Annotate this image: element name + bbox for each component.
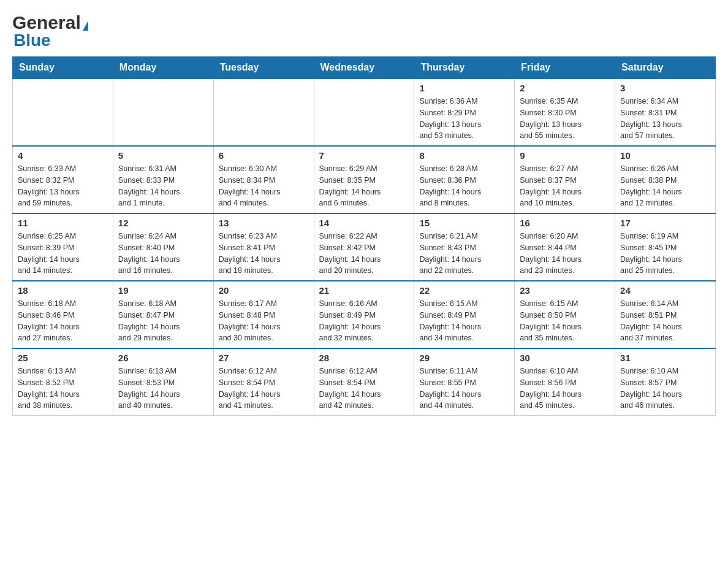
calendar-cell-w5-d1: 25Sunrise: 6:13 AM Sunset: 8:52 PM Dayli…	[13, 348, 113, 416]
day-info: Sunrise: 6:11 AM Sunset: 8:55 PM Dayligh…	[419, 366, 509, 412]
day-number: 18	[18, 285, 108, 296]
day-info: Sunrise: 6:17 AM Sunset: 8:48 PM Dayligh…	[219, 298, 309, 344]
col-monday: Monday	[113, 57, 213, 79]
day-info: Sunrise: 6:12 AM Sunset: 8:54 PM Dayligh…	[219, 366, 309, 412]
day-number: 5	[118, 150, 208, 161]
calendar-cell-w2-d6: 9Sunrise: 6:27 AM Sunset: 8:37 PM Daylig…	[515, 146, 615, 213]
calendar-cell-w3-d5: 15Sunrise: 6:21 AM Sunset: 8:43 PM Dayli…	[414, 213, 515, 281]
day-number: 17	[620, 218, 710, 228]
day-info: Sunrise: 6:36 AM Sunset: 8:29 PM Dayligh…	[419, 96, 509, 142]
col-sunday: Sunday	[13, 57, 113, 79]
calendar-cell-w4-d4: 21Sunrise: 6:16 AM Sunset: 8:49 PM Dayli…	[314, 281, 414, 348]
calendar-week-2: 4Sunrise: 6:33 AM Sunset: 8:32 PM Daylig…	[13, 146, 716, 213]
calendar-cell-w1-d5: 1Sunrise: 6:36 AM Sunset: 8:29 PM Daylig…	[414, 79, 515, 146]
calendar-cell-w4-d3: 20Sunrise: 6:17 AM Sunset: 8:48 PM Dayli…	[213, 281, 314, 348]
day-info: Sunrise: 6:22 AM Sunset: 8:42 PM Dayligh…	[319, 231, 409, 277]
day-number: 23	[520, 285, 610, 296]
day-info: Sunrise: 6:21 AM Sunset: 8:43 PM Dayligh…	[419, 231, 509, 277]
day-number: 11	[18, 218, 108, 228]
calendar-cell-w2-d7: 10Sunrise: 6:26 AM Sunset: 8:38 PM Dayli…	[615, 146, 716, 213]
calendar-cell-w5-d2: 26Sunrise: 6:13 AM Sunset: 8:53 PM Dayli…	[113, 348, 213, 416]
logo-general-text: General	[12, 12, 81, 33]
day-number: 28	[319, 353, 409, 363]
logo-triangle-icon	[83, 21, 88, 31]
day-number: 19	[118, 285, 208, 296]
calendar-cell-w1-d2	[113, 79, 213, 146]
calendar-cell-w3-d3: 13Sunrise: 6:23 AM Sunset: 8:41 PM Dayli…	[213, 213, 314, 281]
day-info: Sunrise: 6:29 AM Sunset: 8:35 PM Dayligh…	[319, 163, 409, 209]
calendar-cell-w4-d1: 18Sunrise: 6:18 AM Sunset: 8:46 PM Dayli…	[13, 281, 113, 348]
day-info: Sunrise: 6:25 AM Sunset: 8:39 PM Dayligh…	[18, 231, 108, 277]
day-info: Sunrise: 6:15 AM Sunset: 8:49 PM Dayligh…	[419, 298, 509, 344]
day-number: 30	[520, 353, 610, 363]
calendar-cell-w3-d7: 17Sunrise: 6:19 AM Sunset: 8:45 PM Dayli…	[615, 213, 716, 281]
col-saturday: Saturday	[615, 57, 716, 79]
calendar-cell-w5-d6: 30Sunrise: 6:10 AM Sunset: 8:56 PM Dayli…	[515, 348, 615, 416]
day-info: Sunrise: 6:18 AM Sunset: 8:46 PM Dayligh…	[18, 298, 108, 344]
day-number: 9	[520, 150, 610, 161]
calendar-cell-w5-d5: 29Sunrise: 6:11 AM Sunset: 8:55 PM Dayli…	[414, 348, 515, 416]
calendar-cell-w4-d2: 19Sunrise: 6:18 AM Sunset: 8:47 PM Dayli…	[113, 281, 213, 348]
day-info: Sunrise: 6:10 AM Sunset: 8:57 PM Dayligh…	[620, 366, 710, 412]
calendar-cell-w1-d7: 3Sunrise: 6:34 AM Sunset: 8:31 PM Daylig…	[615, 79, 716, 146]
day-number: 2	[520, 83, 610, 93]
calendar-cell-w2-d1: 4Sunrise: 6:33 AM Sunset: 8:32 PM Daylig…	[13, 146, 113, 213]
day-number: 26	[118, 353, 208, 363]
day-info: Sunrise: 6:35 AM Sunset: 8:30 PM Dayligh…	[520, 96, 610, 142]
day-info: Sunrise: 6:20 AM Sunset: 8:44 PM Dayligh…	[520, 231, 610, 277]
day-number: 24	[620, 285, 710, 296]
day-number: 21	[319, 285, 409, 296]
calendar-cell-w5-d3: 27Sunrise: 6:12 AM Sunset: 8:54 PM Dayli…	[213, 348, 314, 416]
calendar-table: Sunday Monday Tuesday Wednesday Thursday…	[12, 56, 716, 416]
calendar-cell-w2-d2: 5Sunrise: 6:31 AM Sunset: 8:33 PM Daylig…	[113, 146, 213, 213]
day-info: Sunrise: 6:13 AM Sunset: 8:53 PM Dayligh…	[118, 366, 208, 412]
calendar-cell-w1-d1	[13, 79, 113, 146]
col-friday: Friday	[515, 57, 615, 79]
calendar-cell-w1-d3	[213, 79, 314, 146]
day-number: 7	[319, 150, 409, 161]
calendar-cell-w3-d6: 16Sunrise: 6:20 AM Sunset: 8:44 PM Dayli…	[515, 213, 615, 281]
day-number: 8	[419, 150, 509, 161]
day-number: 14	[319, 218, 409, 228]
calendar-cell-w2-d4: 7Sunrise: 6:29 AM Sunset: 8:35 PM Daylig…	[314, 146, 414, 213]
day-number: 3	[620, 83, 710, 93]
day-info: Sunrise: 6:34 AM Sunset: 8:31 PM Dayligh…	[620, 96, 710, 142]
col-thursday: Thursday	[414, 57, 515, 79]
day-number: 13	[219, 218, 309, 228]
day-number: 22	[419, 285, 509, 296]
calendar-week-3: 11Sunrise: 6:25 AM Sunset: 8:39 PM Dayli…	[13, 213, 716, 281]
day-number: 31	[620, 353, 710, 363]
day-number: 20	[219, 285, 309, 296]
calendar-cell-w2-d3: 6Sunrise: 6:30 AM Sunset: 8:34 PM Daylig…	[213, 146, 314, 213]
day-number: 25	[18, 353, 108, 363]
day-number: 10	[620, 150, 710, 161]
calendar-cell-w3-d4: 14Sunrise: 6:22 AM Sunset: 8:42 PM Dayli…	[314, 213, 414, 281]
day-number: 16	[520, 218, 610, 228]
day-info: Sunrise: 6:27 AM Sunset: 8:37 PM Dayligh…	[520, 163, 610, 209]
day-info: Sunrise: 6:15 AM Sunset: 8:50 PM Dayligh…	[520, 298, 610, 344]
day-info: Sunrise: 6:23 AM Sunset: 8:41 PM Dayligh…	[219, 231, 309, 277]
logo-block: General	[12, 12, 88, 33]
day-number: 6	[219, 150, 309, 161]
calendar-week-1: 1Sunrise: 6:36 AM Sunset: 8:29 PM Daylig…	[13, 79, 716, 146]
day-number: 4	[18, 150, 108, 161]
calendar-cell-w5-d4: 28Sunrise: 6:12 AM Sunset: 8:54 PM Dayli…	[314, 348, 414, 416]
day-info: Sunrise: 6:12 AM Sunset: 8:54 PM Dayligh…	[319, 366, 409, 412]
calendar-cell-w1-d6: 2Sunrise: 6:35 AM Sunset: 8:30 PM Daylig…	[515, 79, 615, 146]
day-info: Sunrise: 6:13 AM Sunset: 8:52 PM Dayligh…	[18, 366, 108, 412]
calendar-cell-w4-d5: 22Sunrise: 6:15 AM Sunset: 8:49 PM Dayli…	[414, 281, 515, 348]
day-number: 29	[419, 353, 509, 363]
col-wednesday: Wednesday	[314, 57, 414, 79]
calendar-week-4: 18Sunrise: 6:18 AM Sunset: 8:46 PM Dayli…	[13, 281, 716, 348]
calendar-cell-w1-d4	[314, 79, 414, 146]
calendar-cell-w4-d7: 24Sunrise: 6:14 AM Sunset: 8:51 PM Dayli…	[615, 281, 716, 348]
day-info: Sunrise: 6:30 AM Sunset: 8:34 PM Dayligh…	[219, 163, 309, 209]
day-number: 12	[118, 218, 208, 228]
day-info: Sunrise: 6:33 AM Sunset: 8:32 PM Dayligh…	[18, 163, 108, 209]
day-info: Sunrise: 6:14 AM Sunset: 8:51 PM Dayligh…	[620, 298, 710, 344]
day-info: Sunrise: 6:26 AM Sunset: 8:38 PM Dayligh…	[620, 163, 710, 209]
logo-area: General Blue	[12, 12, 88, 50]
day-info: Sunrise: 6:31 AM Sunset: 8:33 PM Dayligh…	[118, 163, 208, 209]
calendar-cell-w2-d5: 8Sunrise: 6:28 AM Sunset: 8:36 PM Daylig…	[414, 146, 515, 213]
logo-blue-text: Blue	[13, 31, 51, 50]
